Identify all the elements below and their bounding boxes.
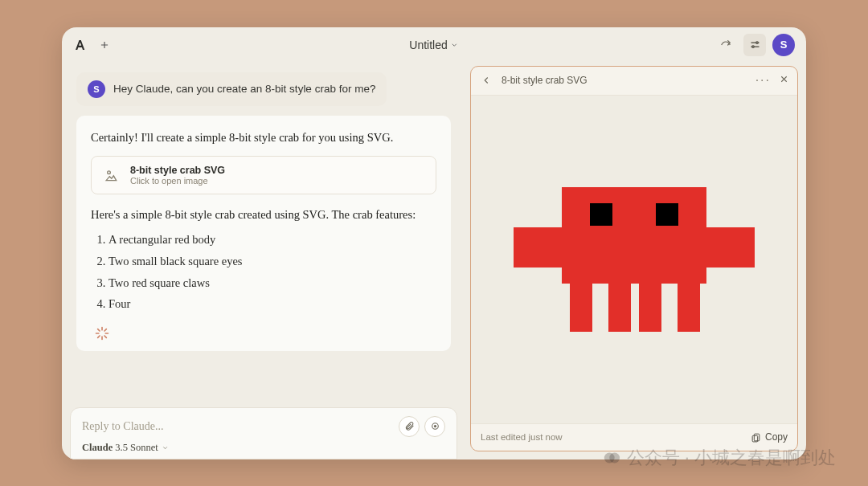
- feature-list: A rectangular red body Two small black s…: [108, 230, 436, 314]
- share-button[interactable]: [714, 34, 737, 56]
- artifact-back-button[interactable]: [479, 73, 493, 88]
- chevron-down-icon: [451, 41, 459, 49]
- clipboard-icon: [751, 432, 761, 443]
- svg-point-4: [434, 425, 436, 427]
- conversation-pane: S Hey Claude, can you create an 8-bit st…: [62, 63, 465, 459]
- svg-rect-5: [754, 434, 760, 441]
- reply-input[interactable]: [82, 420, 399, 433]
- conversation-scroll: S Hey Claude, can you create an 8-bit st…: [62, 69, 465, 401]
- new-chat-button[interactable]: [96, 36, 113, 54]
- artifact-pane: 8-bit style crab SVG ···: [465, 63, 806, 459]
- main-body: S Hey Claude, can you create an 8-bit st…: [62, 63, 806, 459]
- chat-title-dropdown[interactable]: Untitled: [409, 39, 458, 51]
- assistant-intro: Certainly! I'll create a simple 8-bit st…: [91, 129, 436, 146]
- chat-title: Untitled: [409, 39, 447, 51]
- artifact-canvas: [471, 96, 797, 423]
- user-message: S Hey Claude, can you create an 8-bit st…: [76, 72, 387, 106]
- list-item: A rectangular red body: [108, 230, 436, 250]
- top-right-actions: S: [714, 34, 795, 56]
- artifact-last-edited: Last edited just now: [481, 432, 563, 442]
- user-message-avatar: S: [88, 80, 105, 98]
- avatar-initial: S: [780, 39, 788, 51]
- loading-burst-icon: [94, 325, 436, 345]
- artifact-header: 8-bit style crab SVG ···: [471, 67, 797, 96]
- target-button[interactable]: [424, 416, 445, 437]
- artifact-card-title: 8-bit style crab SVG: [130, 165, 225, 176]
- settings-sliders-button[interactable]: [743, 34, 766, 56]
- artifact-panel: 8-bit style crab SVG ···: [470, 66, 798, 451]
- user-message-text: Hey Claude, can you create an 8-bit styl…: [113, 83, 375, 95]
- image-stack-icon: [101, 165, 121, 185]
- reply-box: Claude 3.5 Sonnet: [70, 407, 457, 459]
- list-item: Two red square claws: [108, 273, 436, 293]
- copy-button[interactable]: Copy: [751, 431, 788, 443]
- artifact-card[interactable]: 8-bit style crab SVG Click to open image: [91, 156, 436, 194]
- svg-point-2: [108, 171, 111, 174]
- svg-point-0: [755, 42, 758, 44]
- svg-point-1: [751, 46, 754, 48]
- artifact-close-button[interactable]: [779, 73, 789, 88]
- artifact-more-button[interactable]: ···: [755, 73, 771, 88]
- list-item: Two small black square eyes: [108, 251, 436, 272]
- chevron-down-icon: [162, 444, 169, 451]
- user-avatar[interactable]: S: [772, 34, 795, 56]
- anthropic-logo-icon: [73, 38, 88, 52]
- app-window: Untitled S S Hey Clau: [62, 27, 806, 459]
- assistant-message: Certainly! I'll create a simple 8-bit st…: [76, 116, 451, 352]
- artifact-title: 8-bit style crab SVG: [502, 75, 747, 86]
- crab-svg: [514, 155, 755, 364]
- top-bar: Untitled S: [62, 27, 806, 63]
- list-item: Four: [108, 294, 436, 314]
- model-picker[interactable]: Claude 3.5 Sonnet: [82, 442, 445, 454]
- assistant-outro: Here's a simple 8-bit style crab created…: [91, 206, 436, 223]
- reply-area: Claude 3.5 Sonnet: [70, 407, 457, 459]
- artifact-card-subtext: Click to open image: [130, 176, 225, 186]
- attachment-button[interactable]: [399, 416, 420, 437]
- artifact-footer: Last edited just now Copy: [471, 423, 797, 451]
